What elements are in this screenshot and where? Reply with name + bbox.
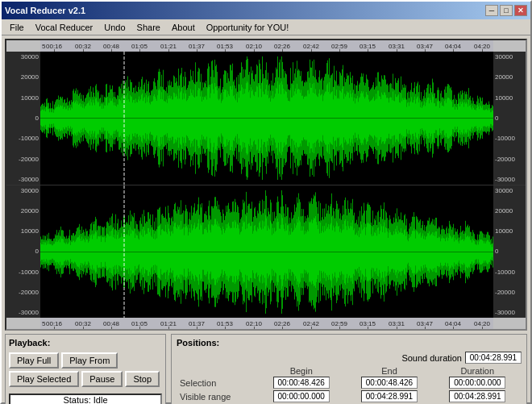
status-text: Status: Idle <box>63 395 107 404</box>
timeline-bottom <box>6 318 526 329</box>
menu-vocal-reducer[interactable]: Vocal Reducer <box>31 21 98 34</box>
y-axis-left-ch1: 30000 20000 10000 0 -10000 -20000 -30000 <box>6 52 40 185</box>
menu-bar: File Vocal Reducer Undo Share About Oppo… <box>2 19 530 35</box>
menu-file[interactable]: File <box>5 21 29 34</box>
selection-duration-value: 00:00:00.000 <box>449 377 505 389</box>
maximize-button[interactable]: □ <box>500 5 513 16</box>
status-box: Status: Idle <box>9 394 162 404</box>
positions-table: Begin End Duration Selection 00:00:48.42… <box>177 366 522 403</box>
minimize-button[interactable]: ─ <box>485 5 498 16</box>
timeline-canvas-bottom <box>40 318 493 329</box>
menu-opportunity[interactable]: Opportunity for YOU! <box>202 21 294 34</box>
play-full-button[interactable]: Play Full <box>9 352 59 369</box>
playback-panel: Playback: Play Full Play From Play Selec… <box>5 334 166 404</box>
bottom-panel: Playback: Play Full Play From Play Selec… <box>5 334 527 404</box>
selection-begin-value: 00:00:48.426 <box>273 377 330 389</box>
play-from-button[interactable]: Play From <box>61 352 118 369</box>
visible-range-begin: 00:00:00.000 <box>257 389 345 403</box>
window-controls: ─ □ ✕ <box>485 5 527 16</box>
waveform-ch2-canvas <box>40 185 497 319</box>
play-selected-button[interactable]: Play Selected <box>9 371 79 387</box>
positions-title: Positions: <box>177 338 522 348</box>
main-content: 30000 20000 10000 0 -10000 -20000 -30000… <box>2 35 530 404</box>
y-axis-right-ch1: 30000 20000 10000 0 -10000 -20000 -30000 <box>493 52 526 185</box>
sound-duration-row: Sound duration 00:04:28.991 <box>177 352 522 364</box>
visible-range-duration-value: 00:04:28.991 <box>449 390 505 402</box>
waveform-container[interactable]: 30000 20000 10000 0 -10000 -20000 -30000… <box>5 39 527 331</box>
selection-label: Selection <box>177 376 257 389</box>
sound-duration-value: 00:04:28.991 <box>465 352 522 364</box>
selection-end-value: 00:00:48.426 <box>361 377 418 389</box>
timeline-top <box>6 40 526 52</box>
visible-range-end: 00:04:28.991 <box>345 389 433 403</box>
tl-side-left <box>6 40 40 52</box>
window-title: Vocal Reducer v2.1 <box>5 6 85 15</box>
table-row: Selection 00:00:48.426 00:00:48.426 00:0… <box>177 376 522 389</box>
close-button[interactable]: ✕ <box>514 5 527 16</box>
pause-button[interactable]: Pause <box>81 371 123 387</box>
channel-1: 30000 20000 10000 0 -10000 -20000 -30000… <box>6 52 526 185</box>
selection-duration: 00:00:00.000 <box>434 376 522 389</box>
title-bar: Vocal Reducer v2.1 ─ □ ✕ <box>2 2 530 19</box>
timeline-canvas <box>40 40 493 52</box>
tl-center <box>40 40 493 52</box>
visible-range-label: Visible range <box>177 389 257 403</box>
playback-label: Playback: <box>9 338 162 348</box>
visible-range-begin-value: 00:00:00.000 <box>273 390 330 402</box>
stop-button[interactable]: Stop <box>125 371 160 387</box>
menu-undo[interactable]: Undo <box>99 21 130 34</box>
channel-2: 30000 20000 10000 0 -10000 -20000 -30000… <box>6 185 526 318</box>
selection-end: 00:00:48.426 <box>345 376 433 389</box>
y-axis-left-ch2: 30000 20000 10000 0 -10000 -20000 -30000 <box>6 185 40 318</box>
col-empty <box>177 366 257 376</box>
menu-share[interactable]: Share <box>132 21 165 34</box>
tl-side-right <box>493 40 526 52</box>
visible-range-end-value: 00:04:28.991 <box>361 390 418 402</box>
col-begin: Begin <box>257 366 345 376</box>
table-row: Visible range 00:00:00.000 00:04:28.991 … <box>177 389 522 403</box>
col-end: End <box>345 366 433 376</box>
col-duration: Duration <box>434 366 522 376</box>
waveform-ch1-canvas <box>40 52 497 185</box>
menu-about[interactable]: About <box>167 21 200 34</box>
selection-begin: 00:00:48.426 <box>257 376 345 389</box>
y-axis-right-ch2: 30000 20000 10000 0 -10000 -20000 -30000 <box>493 185 526 318</box>
playback-buttons: Play Full Play From Play Selected Pause … <box>9 352 162 387</box>
sound-duration-label: Sound duration <box>401 353 462 363</box>
visible-range-duration: 00:04:28.991 <box>434 389 522 403</box>
main-window: Vocal Reducer v2.1 ─ □ ✕ File Vocal Redu… <box>0 0 532 404</box>
positions-panel: Positions: Sound duration 00:04:28.991 B… <box>171 334 527 404</box>
